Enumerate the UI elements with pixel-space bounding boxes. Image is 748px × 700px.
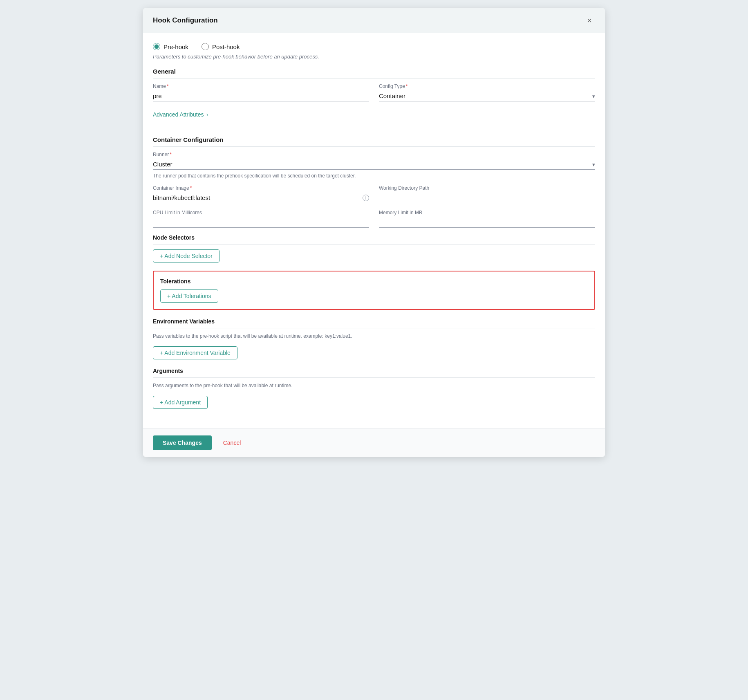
add-tolerations-button[interactable]: + Add Tolerations — [160, 289, 218, 303]
name-label: Name* — [153, 83, 369, 89]
memory-limit-label: Memory Limit in MB — [379, 210, 595, 215]
tolerations-box: Tolerations + Add Tolerations — [153, 271, 595, 310]
container-image-input[interactable] — [153, 193, 360, 203]
modal-body: Pre-hook Post-hook Parameters to customi… — [143, 33, 605, 429]
cpu-limit-field: CPU Limit in Millicores — [153, 210, 369, 228]
runner-hint: The runner pod that contains the prehook… — [153, 173, 595, 179]
modal-header: Hook Configuration × — [143, 8, 605, 33]
config-type-select-wrapper: Container Ansible Playbook — [379, 91, 595, 101]
posthook-label: Post-hook — [212, 43, 240, 50]
posthook-radio[interactable] — [202, 43, 209, 50]
node-selectors-subsection: Node Selectors + Add Node Selector — [153, 234, 595, 262]
name-input[interactable] — [153, 91, 369, 101]
tolerations-title: Tolerations — [160, 278, 588, 285]
add-env-variable-button[interactable]: + Add Environment Variable — [153, 346, 237, 359]
container-config-title: Container Configuration — [153, 136, 595, 147]
container-config-section: Container Configuration Runner* Cluster … — [153, 136, 595, 409]
node-selectors-title: Node Selectors — [153, 234, 595, 245]
radio-description: Parameters to customize pre-hook behavio… — [153, 54, 595, 60]
working-dir-field: Working Directory Path — [379, 185, 595, 203]
prehook-radio-label[interactable]: Pre-hook — [153, 43, 188, 50]
arguments-title: Arguments — [153, 368, 595, 378]
prehook-label: Pre-hook — [163, 43, 188, 50]
runner-select[interactable]: Cluster Local — [153, 159, 595, 170]
add-argument-button[interactable]: + Add Argument — [153, 396, 208, 409]
image-workdir-row: Container Image* i Working Directory Pat… — [153, 185, 595, 203]
modal-footer: Save Changes Cancel — [143, 429, 605, 457]
container-image-label: Container Image* — [153, 185, 369, 191]
cpu-limit-input[interactable] — [153, 217, 369, 228]
runner-field: Runner* Cluster Local The runner pod tha… — [153, 152, 595, 179]
runner-select-wrapper: Cluster Local — [153, 159, 595, 170]
memory-limit-field: Memory Limit in MB — [379, 210, 595, 228]
working-dir-label: Working Directory Path — [379, 185, 595, 191]
runner-label: Runner* — [153, 152, 595, 157]
general-section: General Name* Config Type* Container — [153, 68, 595, 121]
config-type-label: Config Type* — [379, 83, 595, 89]
cpu-limit-label: CPU Limit in Millicores — [153, 210, 369, 215]
save-changes-button[interactable]: Save Changes — [153, 435, 212, 450]
env-variables-subsection: Environment Variables Pass variables to … — [153, 318, 595, 359]
memory-limit-input[interactable] — [379, 217, 595, 228]
posthook-radio-label[interactable]: Post-hook — [202, 43, 240, 50]
config-type-select[interactable]: Container Ansible Playbook — [379, 91, 595, 101]
close-button[interactable]: × — [584, 15, 595, 26]
arguments-subsection: Arguments Pass arguments to the pre-hook… — [153, 368, 595, 409]
prehook-radio[interactable] — [153, 43, 160, 50]
image-input-wrapper: i — [153, 193, 369, 203]
arguments-description: Pass arguments to the pre-hook that will… — [153, 383, 595, 388]
runner-row: Runner* Cluster Local The runner pod tha… — [153, 152, 595, 179]
modal-title: Hook Configuration — [153, 16, 218, 25]
container-image-info-icon[interactable]: i — [363, 195, 369, 201]
hook-configuration-modal: Hook Configuration × Pre-hook Post-hook … — [143, 8, 605, 457]
cancel-button[interactable]: Cancel — [217, 435, 248, 450]
config-type-field: Config Type* Container Ansible Playbook — [379, 83, 595, 101]
hook-type-radio-group: Pre-hook Post-hook — [153, 43, 595, 50]
env-variables-description: Pass variables to the pre-hook script th… — [153, 333, 595, 339]
cpu-memory-row: CPU Limit in Millicores Memory Limit in … — [153, 210, 595, 228]
env-variables-title: Environment Variables — [153, 318, 595, 328]
general-section-title: General — [153, 68, 595, 79]
working-dir-input[interactable] — [379, 193, 595, 203]
general-form-row: Name* Config Type* Container Ansible Pla… — [153, 83, 595, 101]
name-field: Name* — [153, 83, 369, 101]
advanced-attributes-link[interactable]: Advanced Attributes › — [153, 111, 208, 118]
container-image-field: Container Image* i — [153, 185, 369, 203]
add-node-selector-button[interactable]: + Add Node Selector — [153, 249, 219, 262]
